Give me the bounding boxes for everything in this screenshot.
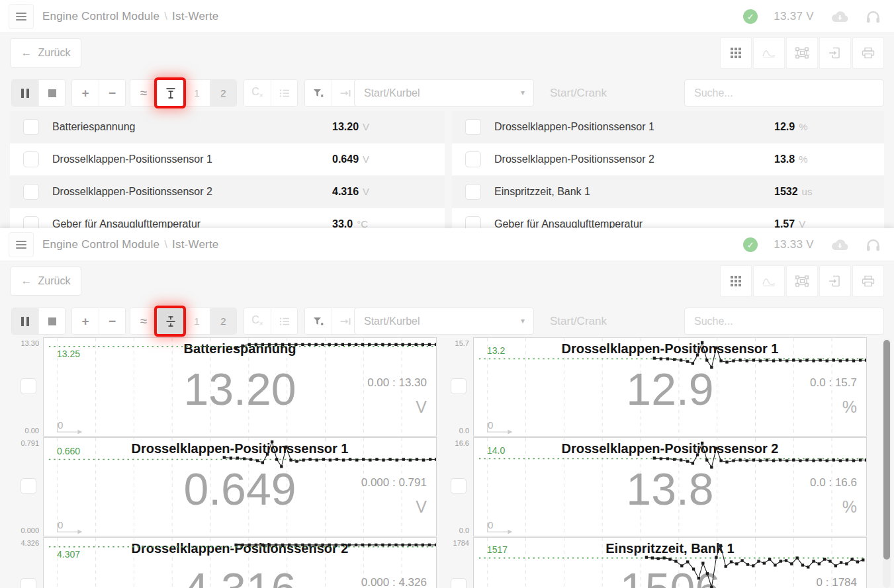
preset-dropdown[interactable]: Start/Kurbel ▾ (354, 308, 534, 335)
parameter-row[interactable]: Drosselklappen-Positionssensor 1 12.9% (452, 111, 884, 143)
chart-plot-area[interactable]: 1517 Einspritzzeit, Bank 1 1506 0 : 1784 (473, 537, 867, 588)
list-icon (278, 315, 291, 328)
curve-view-button[interactable] (753, 265, 785, 297)
parameter-checkbox[interactable] (465, 119, 481, 135)
chart-range: 0.000 : 0.791 (361, 476, 427, 489)
parameter-row[interactable]: Drosselklappen-Positionssensor 2 13.8% (452, 144, 884, 175)
parameter-checkbox[interactable] (23, 184, 39, 200)
chart-checkbox[interactable] (21, 578, 36, 588)
chart-plot-area[interactable]: 13.25 Batteriespannung 13.20 0.00 : 13.3… (43, 337, 437, 437)
print-button[interactable] (852, 265, 884, 297)
add-button[interactable]: + (72, 80, 99, 106)
layout-2-label: 2 (220, 315, 226, 327)
merge-scale-icon (164, 86, 177, 101)
preset-dropdown-value: Start/Kurbel (364, 80, 420, 106)
chart-checkbox[interactable] (21, 478, 36, 494)
headphones-icon[interactable] (866, 237, 881, 252)
chart-plot-area[interactable]: 13.2 Drosselklappen-Positionssensor 1 12… (473, 337, 867, 437)
filter-button[interactable] (305, 308, 332, 334)
hamburger-menu-button[interactable] (9, 232, 34, 257)
search-input[interactable] (684, 79, 884, 106)
chart-marker-value: 0.660 (57, 446, 80, 456)
grid-view-button[interactable] (720, 37, 752, 69)
scrollbar-thumb[interactable] (883, 340, 890, 560)
parameter-row[interactable]: Batteriespannung 13.20V (10, 111, 445, 143)
preset-dropdown[interactable]: Start/Kurbel ▾ (354, 79, 534, 106)
add-button[interactable]: + (72, 308, 99, 334)
cloud-download-icon[interactable] (830, 238, 850, 252)
pause-button[interactable] (12, 308, 38, 334)
parameter-checkbox[interactable] (465, 184, 481, 200)
parameter-row[interactable]: Geber für Ansauglufttemperatur 1.57V (452, 208, 884, 228)
parameter-row[interactable]: Drosselklappen-Positionssensor 1 0.649V (10, 144, 445, 175)
breadcrumb-separator: \ (164, 238, 167, 251)
layout-2-button[interactable]: 2 (210, 80, 236, 106)
chart-checkbox[interactable] (451, 578, 467, 588)
chart-checkbox[interactable] (21, 378, 36, 394)
export-button[interactable] (819, 37, 851, 69)
stop-button[interactable] (38, 80, 65, 106)
clear-button[interactable]: C× (244, 308, 271, 334)
chart-marker-value: 13.25 (57, 349, 80, 359)
axis-min-label: 0.00 (25, 427, 39, 435)
parameter-checkbox[interactable] (23, 216, 39, 228)
chart-checkbox[interactable] (451, 378, 467, 394)
scale-mode-button[interactable] (157, 80, 183, 106)
list-icon (278, 87, 291, 100)
headphones-icon[interactable] (866, 9, 881, 24)
snapshot-frame-button[interactable] (786, 37, 818, 69)
list-button[interactable] (271, 80, 297, 106)
layout-1-button[interactable]: 1 (183, 308, 210, 334)
layout-2-button[interactable]: 2 (210, 308, 236, 334)
snapshot-frame-button[interactable] (786, 265, 818, 297)
export-button[interactable] (819, 265, 851, 297)
vertical-scrollbar[interactable] (883, 339, 891, 588)
parameter-value: 12.9 (774, 121, 795, 133)
parameter-unit: V (363, 186, 369, 197)
cloud-download-icon[interactable] (830, 10, 850, 24)
parameter-checkbox[interactable] (465, 216, 481, 228)
toolbar: + − ≈ 1 2 C× (10, 79, 884, 106)
parameter-checkbox[interactable] (465, 151, 481, 167)
scale-mode-button[interactable] (157, 308, 183, 334)
layout-1-button[interactable]: 1 (183, 80, 210, 106)
status-area: ✓ 13.37 V (743, 0, 881, 33)
hamburger-menu-button[interactable] (9, 4, 34, 29)
parameter-row[interactable]: Einspritzzeit, Bank 1 1532us (452, 176, 884, 208)
chart-marker-value: 1517 (487, 544, 508, 555)
parameter-checkbox[interactable] (23, 151, 39, 167)
grid-view-button[interactable] (720, 265, 752, 297)
parameter-row[interactable]: Drosselklappen-Positionssensor 2 4.316V (10, 176, 445, 208)
print-button[interactable] (852, 37, 884, 69)
breadcrumb-section: Ist-Werte (172, 238, 218, 251)
parameter-unit: V (363, 121, 369, 132)
parameter-checkbox[interactable] (23, 119, 39, 135)
pause-button[interactable] (12, 80, 38, 106)
axis-min-label: 0.0 (459, 526, 469, 534)
chart-plot-area[interactable]: 14.0 Drosselklappen-Positionssensor 2 13… (473, 437, 867, 536)
layout-1-label: 1 (194, 315, 199, 327)
search-input[interactable] (684, 308, 884, 335)
chart-range: 0.00 : 13.30 (367, 376, 427, 390)
list-button[interactable] (271, 308, 297, 334)
status-area: ✓ 13.33 V (743, 228, 881, 261)
filter-button[interactable] (305, 80, 332, 106)
chart-plot-area[interactable]: 4.307 Drosselklappen-Positionssensor 2 4… (43, 537, 437, 588)
back-button[interactable]: ← Zurück (10, 267, 81, 296)
chart-plot-area[interactable]: 0.660 Drosselklappen-Positionssensor 1 0… (43, 437, 437, 536)
grid-icon (731, 276, 741, 286)
breadcrumb-module: Engine Control Module (42, 238, 159, 251)
chart-unit: % (842, 497, 857, 517)
smoothing-button[interactable]: ≈ (130, 308, 157, 334)
curve-view-button[interactable] (753, 37, 785, 69)
chart-checkbox[interactable] (451, 478, 467, 494)
remove-button[interactable]: − (99, 80, 125, 106)
axis-max-label: 0.791 (21, 439, 39, 447)
back-button[interactable]: ← Zurück (10, 38, 81, 67)
breadcrumb: Engine Control Module \ Ist-Werte (42, 228, 219, 261)
stop-button[interactable] (38, 308, 65, 334)
clear-button[interactable]: C× (244, 80, 271, 106)
remove-button[interactable]: − (99, 308, 125, 334)
parameter-row[interactable]: Geber für Ansauglufttemperatur 33.0°C (10, 208, 445, 228)
smoothing-button[interactable]: ≈ (130, 80, 157, 106)
